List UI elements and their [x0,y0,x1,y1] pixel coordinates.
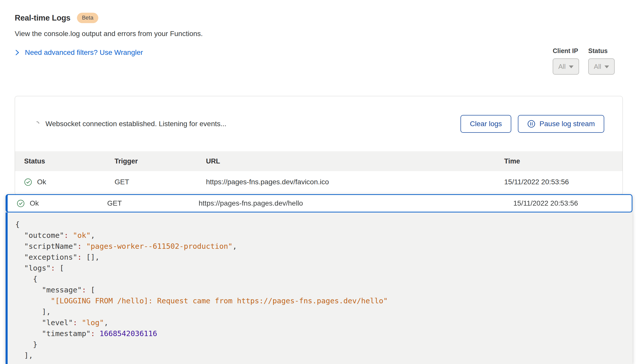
url-cell: https://pages-fns.pages.dev/favicon.ico [206,178,504,186]
log-filters: Client IP All Status All [553,47,615,75]
log-panel: Websocket connection established. Listen… [15,96,623,195]
page-title: Real-time Logs [15,13,70,23]
caret-down-icon [604,65,609,68]
expanded-log-json: { "outcome": "ok", "scriptName": "pages-… [6,212,632,364]
column-header-trigger: Trigger [115,157,206,165]
client-ip-dropdown-value: All [558,63,566,71]
column-header-status: Status [24,157,115,165]
check-circle-icon [17,200,25,207]
trigger-cell: GET [107,199,199,207]
pause-log-stream-button[interactable]: Pause log stream [518,115,604,133]
time-cell: 15/11/2022 20:53:56 [504,178,613,186]
caret-down-icon [569,65,574,68]
status-value: Ok [30,199,39,207]
wrangler-link[interactable]: Need advanced filters? Use Wrangler [15,48,143,57]
status-cell: Ok [17,199,107,207]
check-circle-icon [24,178,32,186]
column-header-time: Time [504,157,613,165]
client-ip-dropdown[interactable]: All [553,58,579,75]
wrangler-link-label: Need advanced filters? Use Wrangler [25,48,143,57]
status-dropdown[interactable]: All [588,58,615,75]
chevron-right-icon [15,49,20,56]
clear-logs-button[interactable]: Clear logs [460,115,511,133]
status-filter: Status All [588,47,615,75]
pause-icon [527,120,535,128]
beta-badge: Beta [77,13,98,23]
status-dropdown-value: All [594,63,601,71]
expanded-log-entry: Ok GET https://pages-fns.pages.dev/hello… [6,194,632,364]
websocket-status-text: Websocket connection established. Listen… [45,120,226,128]
page-subtitle: View the console.log output and errors f… [15,30,622,38]
client-ip-label: Client IP [553,47,579,55]
time-cell: 15/11/2022 20:53:56 [513,199,623,207]
trigger-cell: GET [115,178,206,186]
status-cell: Ok [24,178,115,186]
table-row[interactable]: Ok GET https://pages-fns.pages.dev/favic… [15,171,623,193]
websocket-status: Websocket connection established. Listen… [34,120,226,128]
spinner-icon [33,120,40,127]
page-header: Real-time Logs Beta View the console.log… [0,0,637,57]
status-value: Ok [37,178,46,186]
table-row-selected[interactable]: Ok GET https://pages-fns.pages.dev/hello… [6,194,632,212]
status-label: Status [588,47,615,55]
column-header-url: URL [206,157,504,165]
table-header-row: Status Trigger URL Time [15,151,623,171]
client-ip-filter: Client IP All [553,47,579,75]
url-cell: https://pages-fns.pages.dev/hello [199,199,513,207]
